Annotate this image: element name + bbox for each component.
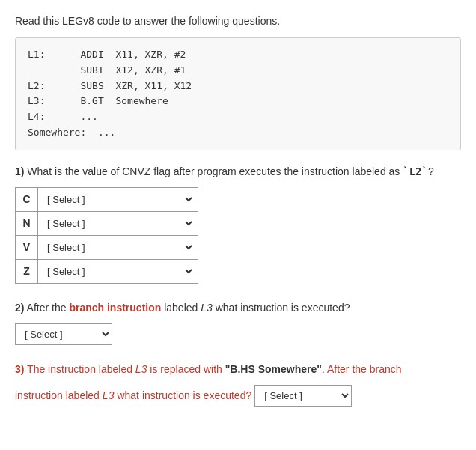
code-line-1: L1: ADDI X11, XZR, #2 — [28, 49, 186, 60]
q3-text2: is replaced with — [147, 363, 225, 375]
table-row: N [ Select ] 0 1 — [16, 211, 198, 235]
code-line-2: SUBI X12, XZR, #1 — [28, 64, 186, 76]
q1-flag-table: C [ Select ] 0 1 N [ Select ] 0 1 V — [15, 187, 198, 284]
table-row: V [ Select ] 0 1 — [16, 235, 198, 259]
q3-text3: . After the branch — [322, 363, 402, 375]
q2-number: 2) — [15, 302, 24, 314]
q3-text5: what instruction is executed? — [117, 387, 251, 404]
code-line-3: L2: SUBS XZR, X11, X12 — [28, 80, 192, 91]
q2-select-row: [ Select ] L4: ... Somewhere: ... — [15, 323, 461, 345]
question-3-block: 3) The instruction labeled L3 is replace… — [15, 362, 461, 407]
q3-text1: The instruction labeled — [27, 363, 135, 375]
q1-number: 1) — [15, 165, 24, 177]
flag-z-label: Z — [16, 259, 38, 283]
question-2-block: 2) After the branch instruction labeled … — [15, 300, 461, 345]
flag-c-cell: [ Select ] 0 1 — [38, 187, 198, 211]
question-1-text: 1) What is the value of CNVZ flag after … — [15, 164, 461, 180]
flag-v-label: V — [16, 235, 38, 259]
flag-v-select[interactable]: [ Select ] 0 1 — [41, 237, 195, 258]
flag-n-label: N — [16, 211, 38, 235]
question-2-text: 2) After the branch instruction labeled … — [15, 300, 461, 316]
flag-n-cell: [ Select ] 0 1 — [38, 211, 198, 235]
code-line-5: L4: ... — [28, 111, 98, 122]
table-row: Z [ Select ] 0 1 — [16, 259, 198, 283]
code-line-4: L3: B.GT Somewhere — [28, 95, 168, 106]
q3-italic-l3: L3 — [135, 363, 147, 375]
flag-v-cell: [ Select ] 0 1 — [38, 235, 198, 259]
q2-italic-l3: L3 — [201, 302, 213, 314]
question-1-block: 1) What is the value of CNVZ flag after … — [15, 164, 461, 284]
table-row: C [ Select ] 0 1 — [16, 187, 198, 211]
q3-number: 3) — [15, 363, 24, 375]
q3-bottom-line: instruction labeled L3 what instruction … — [15, 385, 461, 407]
intro-text: Read this LEGv8 code to answer the follo… — [15, 15, 461, 27]
q2-select[interactable]: [ Select ] L4: ... Somewhere: ... — [15, 323, 112, 345]
flag-z-cell: [ Select ] 0 1 — [38, 259, 198, 283]
q3-bold-bhs: "B.HS Somewhere" — [225, 363, 322, 375]
flag-c-select[interactable]: [ Select ] 0 1 — [41, 189, 195, 210]
question-3-text: 3) The instruction labeled L3 is replace… — [15, 362, 461, 377]
flag-n-select[interactable]: [ Select ] 0 1 — [41, 213, 195, 234]
q2-bold-branch: branch instruction — [69, 302, 161, 314]
code-line-6: Somewhere: ... — [28, 127, 115, 138]
q3-text4: instruction labeled — [15, 387, 100, 404]
q3-italic-l3-2: L3 — [103, 387, 115, 404]
q3-select[interactable]: [ Select ] L4: ... Somewhere: ... — [254, 385, 352, 407]
flag-c-label: C — [16, 187, 38, 211]
flag-z-select[interactable]: [ Select ] 0 1 — [41, 261, 195, 282]
code-block: L1: ADDI X11, XZR, #2 SUBI X12, XZR, #1 … — [15, 37, 461, 150]
